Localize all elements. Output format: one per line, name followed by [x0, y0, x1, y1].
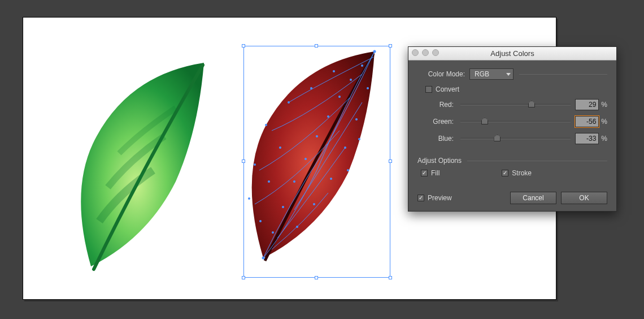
ok-button[interactable]: OK	[561, 192, 607, 204]
svg-point-25	[279, 146, 281, 149]
svg-point-14	[355, 118, 358, 120]
svg-point-5	[316, 135, 318, 137]
svg-point-3	[338, 96, 341, 98]
svg-point-7	[293, 180, 295, 183]
window-close-icon[interactable]	[412, 49, 419, 56]
svg-point-18	[296, 226, 298, 228]
convert-label: Convert	[436, 85, 459, 93]
svg-point-27	[259, 220, 262, 222]
checkbox-icon	[421, 170, 428, 176]
preview-checkbox[interactable]: Preview	[417, 194, 452, 202]
divider	[467, 161, 607, 161]
svg-point-20	[310, 87, 312, 89]
svg-point-17	[313, 203, 315, 205]
svg-point-16	[330, 178, 332, 180]
red-slider[interactable]	[460, 100, 571, 109]
svg-point-13	[248, 197, 250, 200]
percent-symbol: %	[601, 101, 607, 109]
convert-checkbox[interactable]: Convert	[425, 85, 459, 93]
svg-point-10	[262, 257, 265, 260]
color-mode-select[interactable]: RGB	[469, 68, 514, 80]
svg-point-19	[288, 101, 290, 104]
slider-thumb-icon[interactable]	[481, 118, 488, 124]
chevron-down-icon	[506, 73, 511, 76]
adjust-options-label: Adjust Options	[417, 157, 462, 165]
svg-point-23	[358, 138, 360, 140]
svg-point-8	[282, 206, 284, 208]
svg-point-22	[367, 87, 369, 89]
stroke-checkbox[interactable]: Stroke	[502, 169, 532, 177]
checkbox-icon	[502, 170, 508, 176]
selection-handle-bc[interactable]	[315, 276, 318, 279]
color-mode-label: Color Mode:	[417, 70, 469, 78]
red-value-input[interactable]: 29	[575, 99, 599, 110]
red-leaf-selected[interactable]	[232, 35, 390, 266]
svg-point-9	[272, 231, 274, 234]
red-label: Red:	[417, 101, 458, 109]
green-leaf[interactable]	[57, 40, 227, 278]
svg-point-4	[327, 115, 329, 118]
color-mode-value: RGB	[475, 70, 489, 78]
fill-label: Fill	[431, 169, 440, 177]
divider	[519, 74, 607, 75]
stroke-label: Stroke	[512, 169, 532, 177]
selection-handle-bl[interactable]	[242, 276, 245, 279]
svg-point-12	[254, 163, 256, 166]
blue-value-input[interactable]: -33	[575, 133, 599, 144]
slider-thumb-icon[interactable]	[494, 135, 501, 141]
selection-handle-br[interactable]	[389, 276, 392, 279]
green-value-input[interactable]: -56	[575, 116, 599, 127]
fill-checkbox[interactable]: Fill	[421, 169, 440, 177]
blue-label: Blue:	[417, 135, 458, 143]
percent-symbol: %	[601, 118, 607, 126]
svg-point-1	[361, 64, 363, 67]
svg-point-6	[304, 158, 307, 160]
svg-point-26	[268, 180, 270, 183]
svg-point-0	[373, 50, 376, 53]
window-min-icon[interactable]	[422, 49, 429, 56]
svg-point-2	[350, 79, 352, 81]
green-slider[interactable]	[460, 117, 571, 126]
dialog-title: Adjust Colors	[490, 49, 534, 58]
green-label: Green:	[417, 118, 458, 126]
percent-symbol: %	[601, 135, 607, 143]
svg-point-15	[344, 146, 346, 149]
window-zoom-icon[interactable]	[432, 49, 439, 56]
svg-point-11	[265, 124, 267, 126]
svg-point-21	[333, 70, 335, 72]
cancel-button[interactable]: Cancel	[510, 192, 556, 204]
checkbox-icon	[425, 86, 432, 93]
checkbox-icon	[417, 195, 424, 201]
blue-slider[interactable]	[460, 134, 571, 143]
slider-thumb-icon[interactable]	[528, 101, 535, 107]
svg-point-24	[347, 169, 349, 171]
preview-label: Preview	[428, 194, 452, 202]
dialog-titlebar[interactable]: Adjust Colors	[408, 47, 616, 61]
adjust-colors-dialog: Adjust Colors Color Mode: RGB Convert Re…	[408, 46, 617, 212]
